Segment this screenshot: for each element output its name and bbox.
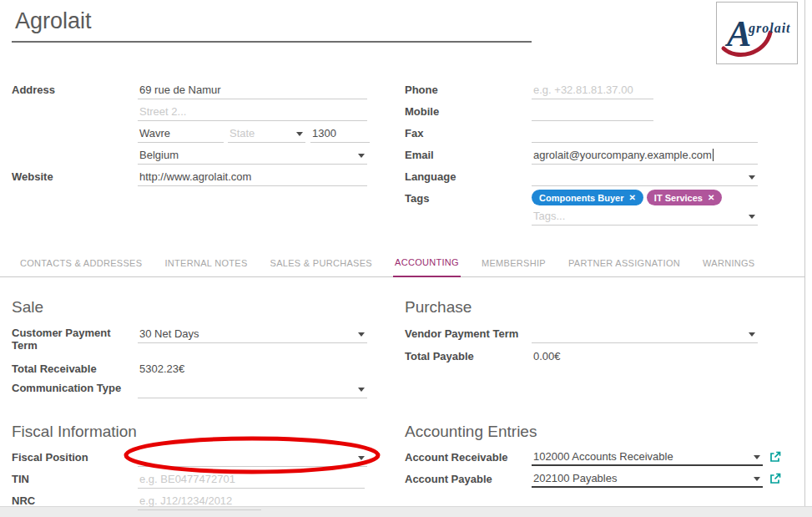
account-payable-open-button[interactable] xyxy=(769,473,781,484)
website-label: Website xyxy=(12,170,53,183)
address-label: Address xyxy=(12,84,55,96)
tags-label: Tags xyxy=(405,192,429,205)
fax-input[interactable] xyxy=(532,125,758,143)
tag-list: Components Buyer ✕ IT Services ✕ xyxy=(532,190,722,205)
tab-accounting[interactable]: ACCOUNTING xyxy=(393,257,461,277)
email-label: Email xyxy=(405,149,434,161)
nrc-input[interactable]: e.g. J12/1234/2012 xyxy=(138,493,261,510)
tab-sales-purchases[interactable]: SALES & PURCHASES xyxy=(269,258,374,276)
chevron-down-icon[interactable] xyxy=(296,132,303,136)
tab-warnings[interactable]: WARNINGS xyxy=(701,258,757,276)
language-select[interactable] xyxy=(532,169,758,186)
account-payable-value: 202100 Payables xyxy=(533,472,617,484)
phone-input[interactable]: e.g. +32.81.81.37.00 xyxy=(532,82,653,99)
account-receivable-label: Account Receivable xyxy=(405,451,508,464)
mobile-label: Mobile xyxy=(405,105,439,118)
external-link-icon[interactable] xyxy=(769,473,781,484)
street2-input[interactable]: Street 2... xyxy=(138,104,367,121)
chevron-down-icon[interactable] xyxy=(749,215,755,219)
chevron-down-icon[interactable] xyxy=(749,175,755,180)
tab-membership[interactable]: MEMBERSHIP xyxy=(480,258,547,276)
tab-internal-notes[interactable]: INTERNAL NOTES xyxy=(163,258,249,276)
tin-label: TIN xyxy=(12,473,29,485)
state-select[interactable]: State xyxy=(228,125,305,143)
text-cursor xyxy=(713,149,714,161)
email-value: agrolait@yourcompany.example.com xyxy=(533,149,712,161)
bottom-scroll-strip[interactable] xyxy=(0,506,812,517)
country-select[interactable]: Belgium xyxy=(138,147,367,165)
tag-components-buyer[interactable]: Components Buyer ✕ xyxy=(532,190,643,205)
total-receivable-label: Total Receivable xyxy=(12,362,97,375)
customer-payment-term-select[interactable]: 30 Net Days xyxy=(138,326,367,343)
tag-it-services[interactable]: IT Services ✕ xyxy=(647,190,722,205)
email-input[interactable]: agrolait@yourcompany.example.com xyxy=(532,147,758,165)
tags-placeholder: Tags... xyxy=(533,210,565,222)
total-payable-value: 0.00€ xyxy=(532,348,758,366)
remove-icon[interactable]: ✕ xyxy=(628,193,635,202)
logo-text: grolait xyxy=(748,21,791,36)
tags-input[interactable]: Tags... xyxy=(532,208,758,226)
accounting-entries-heading: Accounting Entries xyxy=(405,423,537,441)
tin-input[interactable]: e.g. BE0477472701 xyxy=(138,471,365,489)
account-payable-label: Account Payable xyxy=(405,473,492,485)
nrc-label: NRC xyxy=(12,494,35,507)
total-payable-label: Total Payable xyxy=(405,350,474,362)
agrolait-logo-image: A grolait xyxy=(717,3,797,63)
tag-label: Components Buyer xyxy=(539,193,623,203)
external-link-icon[interactable] xyxy=(769,451,781,463)
communication-type-select[interactable] xyxy=(138,381,367,398)
vendor-payment-term-label: Vendor Payment Term xyxy=(405,327,518,340)
language-label: Language xyxy=(405,170,456,183)
fiscal-position-label: Fiscal Position xyxy=(12,451,88,464)
chevron-down-icon[interactable] xyxy=(358,456,365,460)
total-receivable-value: 5302.23€ xyxy=(138,361,367,378)
communication-type-label: Communication Type xyxy=(12,382,121,394)
tag-label: IT Services xyxy=(654,193,703,203)
fax-label: Fax xyxy=(405,127,423,139)
city-input[interactable]: Wavre xyxy=(138,125,224,143)
logo-letter: A xyxy=(724,13,751,54)
state-placeholder: State xyxy=(229,127,255,139)
purchase-heading: Purchase xyxy=(405,298,472,317)
mobile-input[interactable] xyxy=(532,104,653,121)
customer-payment-term-label: Customer Payment Term xyxy=(12,327,130,352)
customer-payment-term-value: 30 Net Days xyxy=(139,327,199,340)
chevron-down-icon[interactable] xyxy=(358,332,365,337)
chevron-down-icon[interactable] xyxy=(749,332,755,337)
country-value: Belgium xyxy=(139,149,179,161)
fiscal-position-select[interactable] xyxy=(138,449,367,467)
remove-icon[interactable]: ✕ xyxy=(708,193,714,202)
fiscal-information-heading: Fiscal Information xyxy=(12,423,137,441)
chevron-down-icon[interactable] xyxy=(358,388,365,392)
sale-heading: Sale xyxy=(12,298,43,317)
phone-label: Phone xyxy=(405,84,438,96)
chevron-down-icon[interactable] xyxy=(358,154,365,158)
zip-input[interactable]: 1300 xyxy=(310,125,370,143)
website-input[interactable]: http://www.agrolait.com xyxy=(138,169,367,186)
tab-contacts-addresses[interactable]: CONTACTS & ADDRESSES xyxy=(18,258,144,276)
partner-name-input[interactable]: Agrolait xyxy=(12,7,532,43)
notebook-tabs: CONTACTS & ADDRESSES INTERNAL NOTES SALE… xyxy=(0,251,805,277)
tab-partner-assignation[interactable]: PARTNER ASSIGNATION xyxy=(567,258,682,276)
account-receivable-value: 102000 Accounts Receivable xyxy=(533,450,673,463)
account-receivable-open-button[interactable] xyxy=(769,451,781,463)
chevron-down-icon[interactable] xyxy=(754,477,760,481)
account-receivable-select[interactable]: 102000 Accounts Receivable xyxy=(532,449,763,466)
street-input[interactable]: 69 rue de Namur xyxy=(138,82,367,99)
company-logo: A grolait xyxy=(716,2,798,64)
chevron-down-icon[interactable] xyxy=(754,455,760,459)
account-payable-select[interactable]: 202100 Payables xyxy=(532,470,763,488)
vendor-payment-term-select[interactable] xyxy=(532,326,758,343)
